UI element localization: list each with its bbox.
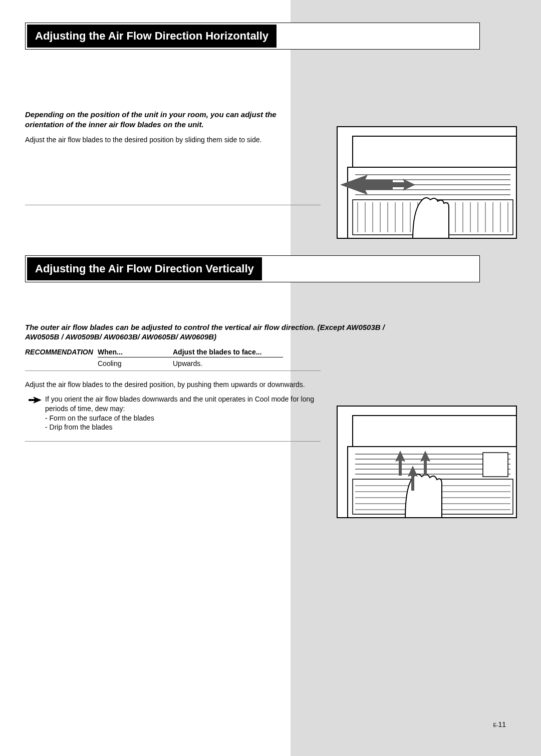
note-text: If you orient the air flow blades downwa… <box>45 395 326 433</box>
rec-when: Cooling <box>98 359 173 367</box>
figure-horizontal-adjust <box>337 126 517 239</box>
section1-title-box: Adjusting the Air Flow Direction Horizon… <box>25 23 480 50</box>
page-num-value: 11 <box>498 720 506 728</box>
svg-rect-0 <box>353 136 517 171</box>
page-number: E-11 <box>493 720 506 728</box>
page-content: Adjusting the Air Flow Direction Horizon… <box>0 0 541 442</box>
table-divider <box>98 357 283 357</box>
section1-intro: Depending on the position of the unit in… <box>25 110 316 129</box>
page-prefix: E- <box>493 722 498 728</box>
note-line1: If you orient the air flow blades downwa… <box>45 395 326 414</box>
rec-header-adjust: Adjust the blades to face... <box>173 348 283 356</box>
section2-body: Adjust the air flow blades to the desire… <box>25 380 316 390</box>
rec-header-when: When... <box>98 348 173 356</box>
note-block: If you orient the air flow blades downwa… <box>25 395 326 433</box>
pointer-icon <box>25 395 45 433</box>
divider <box>25 441 321 442</box>
recommendation-table: RECOMMENDATION When... Adjust the blades… <box>25 348 516 367</box>
rec-adjust: Upwards. <box>173 359 283 367</box>
section1-body: Adjust the air flow blades to the desire… <box>25 135 316 145</box>
svg-rect-31 <box>353 416 517 451</box>
section1-title: Adjusting the Air Flow Direction Horizon… <box>27 25 277 48</box>
divider <box>25 205 321 205</box>
section2-title-box: Adjusting the Air Flow Direction Vertica… <box>25 255 480 282</box>
note-bullet1: - Form on the surface of the blades <box>45 414 326 423</box>
rec-label: RECOMMENDATION <box>25 348 98 356</box>
section2-title: Adjusting the Air Flow Direction Vertica… <box>27 257 262 280</box>
svg-rect-38 <box>483 453 508 477</box>
figure-vertical-adjust <box>337 406 517 518</box>
section2-intro: The outer air flow blades can be adjuste… <box>25 322 411 342</box>
note-bullet2: - Drip from the blades <box>45 423 326 432</box>
divider <box>25 370 321 371</box>
